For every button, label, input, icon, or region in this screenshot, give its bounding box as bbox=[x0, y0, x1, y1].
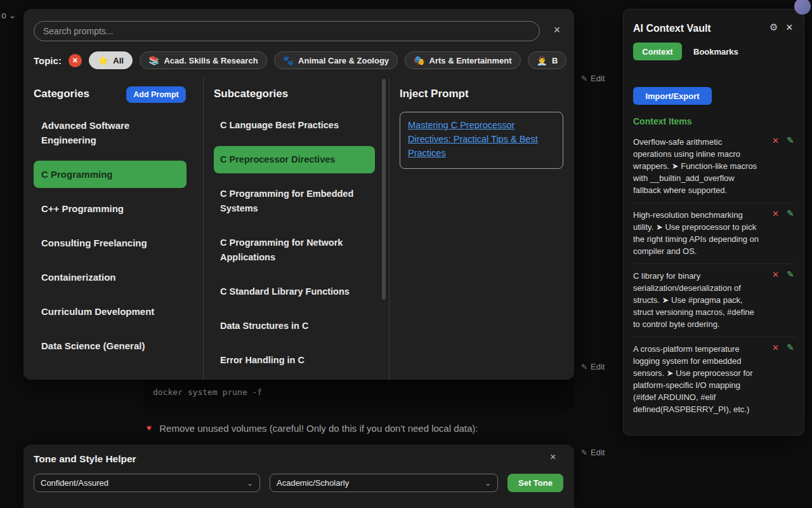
edit-button-label: Edit bbox=[591, 362, 605, 371]
context-items-list: Overflow-safe arithmetic operations usin… bbox=[633, 130, 796, 422]
gear-icon[interactable]: ⚙ bbox=[769, 22, 778, 33]
edit-icon: ✎ bbox=[581, 448, 587, 457]
context-item-text: High-resolution benchmarking utility. ➤ … bbox=[633, 210, 759, 256]
warning-line: 🔻 Remove unused volumes (careful! Only d… bbox=[144, 423, 478, 434]
edit-message-button[interactable]: ✎ Edit bbox=[581, 448, 605, 457]
edit-item-button[interactable]: ✎ bbox=[787, 342, 794, 352]
subcategory-item[interactable]: Data Structures in C bbox=[214, 312, 375, 340]
inject-prompt-box: Mastering C Preprocessor Directives: Pra… bbox=[400, 112, 563, 169]
warning-triangle-icon: 🔻 bbox=[144, 424, 154, 433]
context-item-text: A cross-platform temperature logging sys… bbox=[633, 344, 753, 414]
vault-title: AI Context Vault bbox=[633, 23, 711, 34]
paw-prints-icon: 🐾 bbox=[283, 55, 294, 65]
edit-icon: ✎ bbox=[581, 74, 587, 83]
delete-item-button[interactable]: ✕ bbox=[772, 136, 779, 145]
import-export-button[interactable]: Import/Export bbox=[633, 87, 712, 105]
chevron-down-icon: ⌄ bbox=[485, 479, 491, 488]
column-divider bbox=[389, 77, 390, 380]
context-item: Overflow-safe arithmetic operations usin… bbox=[633, 130, 796, 203]
subcategory-item[interactable]: Error Handling in C bbox=[214, 347, 375, 374]
tone-select[interactable]: Confident/Assured ⌄ bbox=[34, 474, 260, 492]
context-item: C library for binary serialization/deser… bbox=[633, 264, 796, 337]
category-item[interactable]: Data Science (General) bbox=[34, 332, 187, 359]
topic-label: Topic: bbox=[34, 55, 62, 66]
topic-chip-business[interactable]: 👨‍💼 B bbox=[528, 51, 567, 69]
tone-helper-close-button[interactable]: × bbox=[550, 451, 556, 463]
clear-topic-button[interactable]: ✕ bbox=[69, 54, 82, 67]
performing-arts-icon: 🎭 bbox=[414, 55, 424, 65]
context-item: A cross-platform temperature logging sys… bbox=[633, 337, 796, 422]
edit-item-button[interactable]: ✎ bbox=[787, 135, 794, 145]
prompt-library-modal: × Topic: ✕ ⭐ All 📚 Acad. Skills & Resear… bbox=[23, 9, 574, 380]
context-item-text: C library for binary serialization/deser… bbox=[633, 271, 754, 329]
subcategories-header: Subcategories bbox=[214, 88, 288, 100]
inject-prompt-header: Inject Prompt bbox=[400, 88, 469, 100]
topic-chip-arts[interactable]: 🎭 Arts & Entertainment bbox=[405, 51, 521, 69]
column-divider bbox=[203, 77, 204, 380]
topic-chip-label: Acad. Skills & Research bbox=[164, 56, 258, 65]
add-prompt-button[interactable]: Add Prompt bbox=[126, 86, 186, 103]
edit-item-button[interactable]: ✎ bbox=[787, 269, 794, 279]
star-icon: ⭐ bbox=[98, 55, 108, 65]
context-vault-panel: AI Context Vault ⚙ × Context Bookmarks I… bbox=[623, 9, 804, 436]
avatar[interactable] bbox=[794, 0, 811, 15]
subcategory-item[interactable]: C Programming for Network Applications bbox=[214, 229, 375, 271]
prompt-link[interactable]: Mastering C Preprocessor Directives: Pra… bbox=[408, 120, 538, 158]
topic-filter-row: Topic: ✕ ⭐ All 📚 Acad. Skills & Research… bbox=[34, 51, 566, 70]
style-select[interactable]: Academic/Scholarly ⌄ bbox=[270, 474, 498, 492]
modal-close-button[interactable]: × bbox=[549, 22, 565, 38]
code-snippet: docker system prune -f bbox=[153, 387, 262, 397]
context-items-heading: Context Items bbox=[633, 116, 692, 126]
edit-icon: ✎ bbox=[581, 363, 587, 371]
set-tone-button[interactable]: Set Tone bbox=[508, 474, 563, 492]
topic-chip-label: All bbox=[113, 56, 124, 65]
tone-select-value: Confident/Assured bbox=[41, 478, 108, 488]
topic-chip-label: Arts & Entertainment bbox=[429, 56, 512, 65]
category-item[interactable]: Advanced Software Engineering bbox=[34, 112, 187, 154]
edit-message-button[interactable]: ✎ Edit bbox=[581, 362, 605, 371]
categories-list: Advanced Software Engineering C Programm… bbox=[34, 112, 187, 366]
context-item: High-resolution benchmarking utility. ➤ … bbox=[633, 203, 796, 264]
tone-helper-title: Tone and Style Helper bbox=[34, 453, 136, 465]
category-item[interactable]: Consulting Freelancing bbox=[34, 229, 187, 257]
subcategories-list: C Language Best Practices C Preprocessor… bbox=[214, 112, 375, 380]
topic-chip-label: Animal Care & Zoology bbox=[298, 56, 389, 65]
context-item-text: Overflow-safe arithmetic operations usin… bbox=[633, 137, 757, 195]
edit-item-button[interactable]: ✎ bbox=[787, 208, 794, 218]
subcategory-item[interactable]: C Language Best Practices bbox=[214, 112, 375, 139]
chevron-down-icon: ⌄ bbox=[247, 479, 253, 488]
subcategory-item[interactable]: C Standard Library Functions bbox=[214, 278, 375, 305]
edit-message-button[interactable]: ✎ Edit bbox=[581, 74, 605, 83]
delete-item-button[interactable]: ✕ bbox=[772, 209, 779, 218]
category-item[interactable]: Containerization bbox=[34, 264, 187, 291]
warning-text: Remove unused volumes (careful! Only do … bbox=[159, 423, 478, 434]
style-select-value: Academic/Scholarly bbox=[277, 478, 349, 488]
topic-chip-academic[interactable]: 📚 Acad. Skills & Research bbox=[140, 51, 267, 69]
tone-style-helper-panel: Tone and Style Helper × Confident/Assure… bbox=[23, 444, 574, 508]
scrollbar-thumb[interactable] bbox=[382, 79, 386, 300]
person-icon: 👨‍💼 bbox=[537, 55, 547, 65]
model-selector[interactable]: o ⌄ bbox=[1, 10, 16, 20]
categories-header: Categories bbox=[34, 88, 89, 100]
topic-chip-label: B bbox=[552, 56, 558, 65]
vault-close-button[interactable]: × bbox=[786, 21, 793, 34]
tab-context[interactable]: Context bbox=[633, 43, 682, 60]
delete-item-button[interactable]: ✕ bbox=[772, 343, 779, 352]
edit-button-label: Edit bbox=[591, 448, 605, 457]
delete-item-button[interactable]: ✕ bbox=[772, 270, 779, 279]
subcategory-item-selected[interactable]: C Preprocessor Directives bbox=[214, 146, 375, 173]
category-item[interactable]: Curriculum Development bbox=[34, 298, 187, 325]
category-item-selected[interactable]: C Programming bbox=[34, 161, 187, 188]
subcategory-item[interactable]: C Programming for Embedded Systems bbox=[214, 180, 375, 222]
topic-chip-all[interactable]: ⭐ All bbox=[89, 51, 133, 69]
tab-bookmarks[interactable]: Bookmarks bbox=[688, 43, 743, 60]
books-icon: 📚 bbox=[148, 55, 159, 65]
edit-button-label: Edit bbox=[591, 74, 605, 83]
category-item[interactable]: C++ Programming bbox=[34, 195, 187, 222]
search-input[interactable] bbox=[34, 21, 540, 41]
topic-chip-animal-care[interactable]: 🐾 Animal Care & Zoology bbox=[274, 51, 398, 69]
